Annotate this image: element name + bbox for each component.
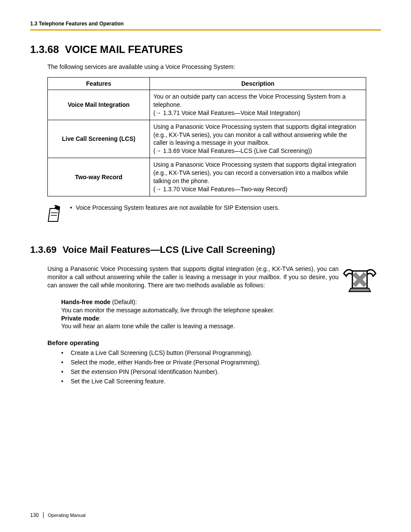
notepad-icon	[47, 204, 65, 224]
feature-name: Voice Mail Integration	[48, 90, 150, 120]
table-row: Voice Mail Integration You or an outside…	[48, 90, 366, 120]
page-footer: 130 Operating Manual	[30, 512, 85, 518]
mode2-label: Private mode	[61, 315, 99, 322]
mode1-text: You can monitor the message automaticall…	[61, 306, 381, 314]
list-item: Set the Live Call Screening feature.	[61, 376, 381, 386]
lcs-block: Using a Panasonic Voice Processing syste…	[47, 265, 381, 295]
svg-point-2	[55, 205, 56, 206]
heading-title: VOICE MAIL FEATURES	[65, 44, 183, 55]
features-table: Features Description Voice Mail Integrat…	[47, 77, 366, 196]
page-number: 130	[30, 512, 44, 518]
before-operating-head: Before operating	[47, 339, 381, 346]
feature-desc: Using a Panasonic Voice Processing syste…	[150, 158, 366, 196]
feature-desc: Using a Panasonic Voice Processing syste…	[150, 120, 366, 158]
doc-title: Operating Manual	[48, 513, 85, 518]
feature-ref[interactable]: (→ 1.3.69 Voice Mail Features—LCS (Live …	[153, 147, 312, 154]
heading-number: 1.3.69	[30, 244, 56, 255]
table-row: Live Call Screening (LCS) Using a Panaso…	[48, 120, 366, 158]
col-features: Features	[48, 78, 150, 90]
intro-paragraph: The following services are available usi…	[47, 63, 381, 70]
mode2-text: You will hear an alarm tone while the ca…	[61, 322, 381, 330]
lcs-paragraph: Using a Panasonic Voice Processing syste…	[47, 265, 339, 295]
page: 1.3 Telephone Features and Operation 1.3…	[0, 0, 411, 532]
note-text: Voice Processing System features are not…	[76, 204, 280, 211]
modes-block: Hands-free mode (Default): You can monit…	[61, 298, 381, 331]
feature-desc: You or an outside party can access the V…	[150, 90, 366, 120]
answering-machine-icon	[339, 265, 381, 295]
heading-title: Voice Mail Features—LCS (Live Call Scree…	[62, 244, 275, 255]
col-description: Description	[150, 78, 366, 90]
heading-1369: 1.3.69Voice Mail Features—LCS (Live Call…	[30, 244, 381, 255]
heading-1368: 1.3.68VOICE MAIL FEATURES	[30, 44, 381, 56]
table-row: Two-way Record Using a Panasonic Voice P…	[48, 158, 366, 196]
before-operating-list: Create a Live Call Screening (LCS) butto…	[61, 348, 381, 386]
note-block: •Voice Processing System features are no…	[47, 204, 381, 224]
feature-name: Live Call Screening (LCS)	[48, 120, 150, 158]
feature-ref[interactable]: (→ 1.3.70 Voice Mail Features—Two-way Re…	[153, 186, 287, 193]
list-item: Set the extension PIN (Personal Identifi…	[61, 367, 381, 376]
feature-ref[interactable]: (→ 1.3.71 Voice Mail Features—Voice Mail…	[153, 109, 300, 116]
header-rule	[30, 29, 381, 31]
feature-name: Two-way Record	[48, 158, 150, 196]
mode1-label: Hands-free mode	[61, 299, 110, 305]
list-item: Create a Live Call Screening (LCS) butto…	[61, 348, 381, 358]
running-header: 1.3 Telephone Features and Operation	[30, 21, 381, 27]
heading-number: 1.3.68	[30, 44, 59, 56]
list-item: Select the mode, either Hands-free or Pr…	[61, 358, 381, 367]
